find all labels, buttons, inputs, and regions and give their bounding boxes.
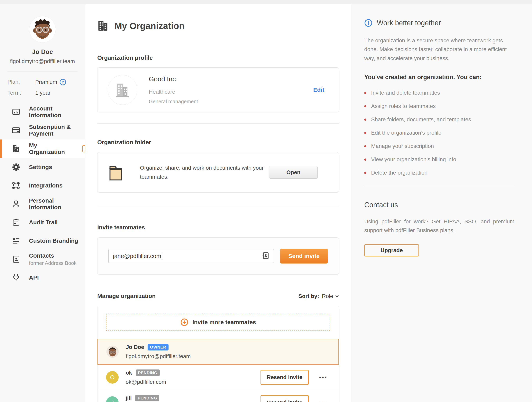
- term-value: 1 year: [35, 90, 51, 96]
- capabilities-list: Invite and delete teammates Assign roles…: [364, 90, 514, 176]
- manage-organization-heading: Manage organization: [97, 293, 156, 299]
- sidebar-item-label: Audit Trail: [29, 219, 58, 226]
- pending-badge: PENDING: [135, 395, 159, 402]
- invite-card: jane@pdffiller.com Send invite: [97, 237, 339, 275]
- sidebar: Jo Doe figol.dmytro@pdffiller.team Plan:…: [0, 4, 85, 402]
- created-organization-heading: You've created an organization. You can:: [364, 74, 514, 81]
- sort-by-label: Sort by:: [298, 293, 319, 299]
- owner-badge: OWNER: [148, 344, 169, 350]
- bullet-dot: [364, 92, 366, 94]
- org-profile-heading: Organization profile: [97, 54, 339, 61]
- user-name: Jo Doe: [0, 48, 85, 55]
- open-folder-button[interactable]: Open: [269, 166, 318, 179]
- org-industry: Healthcare: [149, 89, 302, 95]
- member-name: jill: [126, 395, 132, 401]
- sidebar-item-label: Custom Branding: [29, 237, 78, 244]
- sort-by-select[interactable]: Role: [322, 293, 339, 299]
- sidebar-item-label: Personal Information: [29, 197, 85, 211]
- sidebar-item-sublabel: former Address Book: [29, 260, 76, 266]
- members-card: Invite more teammates Jo Doe OWNER figol…: [97, 306, 339, 402]
- edit-org-link[interactable]: Edit: [313, 87, 324, 93]
- invite-more-teammates-button[interactable]: Invite more teammates: [106, 314, 330, 331]
- member-email: ok@pdffiller.com: [126, 379, 166, 385]
- folder-icon: [109, 164, 129, 181]
- user-card: Jo Doe figol.dmytro@pdffiller.team: [0, 16, 85, 65]
- capability-item: Invite and delete teammates: [364, 90, 514, 96]
- bullet-dot: [364, 158, 366, 161]
- capability-item: Manage your subscription: [364, 143, 514, 149]
- contact-us-text: Using pdfFiller for work? Get HIPAA, SSO…: [364, 217, 514, 235]
- invite-email-value: jane@pdffiller.com: [113, 253, 161, 259]
- integrations-nodes-icon: [12, 181, 20, 190]
- bullet-dot: [364, 172, 366, 174]
- org-folder-description: Organize, share, and work on documents w…: [140, 163, 269, 182]
- bullet-dot: [364, 118, 366, 121]
- sidebar-item-personal-information[interactable]: Personal Information: [0, 195, 85, 213]
- plan-label: Plan:: [7, 79, 35, 85]
- sidebar-item-settings[interactable]: Settings: [0, 158, 85, 176]
- org-name: Good Inc: [149, 75, 302, 83]
- sort-by-value: Role: [322, 293, 333, 299]
- bullet-dot: [364, 132, 366, 134]
- plan-block: Plan: Premium ? Term: 1 year: [0, 72, 85, 96]
- info-rail: Work better together The organization is…: [351, 4, 532, 402]
- invite-email-input[interactable]: jane@pdffiller.com: [108, 249, 274, 263]
- sidebar-item-custom-branding[interactable]: Custom Branding: [0, 232, 85, 250]
- member-avatar: J: [106, 396, 119, 402]
- sidebar-item-contacts[interactable]: Contacts former Address Book: [0, 250, 85, 268]
- org-folder-heading: Organization folder: [97, 139, 339, 146]
- sidebar-item-integrations[interactable]: Integrations: [0, 176, 85, 195]
- send-invite-button[interactable]: Send invite: [280, 249, 328, 264]
- member-name: ok: [126, 370, 132, 376]
- page: Jo Doe figol.dmytro@pdffiller.team Plan:…: [0, 4, 532, 402]
- plug-icon: [12, 273, 20, 282]
- sidebar-item-subscription-payment[interactable]: Subscription & Payment: [0, 121, 85, 139]
- capability-item: Edit the organization’s profile: [364, 130, 514, 136]
- sidebar-item-audit-trail[interactable]: Audit Trail: [0, 213, 85, 232]
- address-book-icon[interactable]: [261, 252, 269, 260]
- sidebar-item-label: Integrations: [29, 182, 63, 189]
- clipboard-icon: [12, 218, 20, 227]
- info-icon: [364, 19, 373, 27]
- sidebar-item-api[interactable]: API: [0, 268, 85, 287]
- organization-building-icon: [12, 144, 20, 153]
- sidebar-item-label: My Organization: [29, 142, 65, 155]
- org-subindustry: General management: [149, 98, 302, 105]
- info-intro-text: The organization is a secure space where…: [364, 36, 514, 63]
- person-icon: [12, 200, 20, 208]
- more-options-icon[interactable]: •••: [317, 374, 330, 380]
- sidebar-item-account-information[interactable]: Account Information: [0, 103, 85, 121]
- member-row-pending: J jill PENDING jill@pdffiller.com Resend…: [97, 390, 339, 402]
- sidebar-item-label: Settings: [29, 164, 52, 170]
- pending-badge: PENDING: [136, 370, 160, 376]
- section-divider: [97, 123, 339, 124]
- org-profile-card: Good Inc Healthcare General management E…: [97, 67, 339, 112]
- upgrade-button[interactable]: Upgrade: [364, 244, 419, 256]
- bullet-dot: [364, 105, 366, 107]
- text-caret: [162, 253, 162, 259]
- member-avatar: [106, 345, 119, 358]
- sidebar-item-label: Contacts: [29, 252, 76, 259]
- branding-layout-icon: [12, 236, 20, 245]
- org-folder-card: Organize, share, and work on documents w…: [97, 152, 339, 193]
- help-icon[interactable]: ?: [59, 79, 66, 85]
- term-label: Term:: [7, 90, 35, 96]
- sidebar-item-label: Account Information: [29, 105, 85, 118]
- member-avatar: O: [106, 371, 119, 383]
- resend-invite-button[interactable]: Resend invite: [260, 370, 309, 385]
- more-options-icon[interactable]: •••: [317, 400, 330, 402]
- member-email: figol.dmytro@pdffiller.team: [126, 353, 191, 359]
- resend-invite-button[interactable]: Resend invite: [260, 395, 309, 402]
- sidebar-item-my-organization[interactable]: My Organization NEW: [0, 139, 85, 158]
- memoji-avatar-graphic: [31, 17, 54, 41]
- chevron-down-icon: [335, 295, 339, 298]
- sidebar-item-label: Subscription & Payment: [29, 124, 85, 137]
- credit-card-icon: [12, 126, 20, 135]
- capability-item: View your organization’s billing info: [364, 156, 514, 162]
- gear-icon: [12, 163, 20, 171]
- sidebar-menu: Account Information Subscription & Payme…: [0, 103, 85, 287]
- member-row-owner[interactable]: Jo Doe OWNER figol.dmytro@pdffiller.team: [97, 339, 339, 365]
- org-avatar: [108, 75, 137, 105]
- capability-item: Delete the organization: [364, 170, 514, 176]
- contact-us-heading: Contact us: [364, 201, 514, 209]
